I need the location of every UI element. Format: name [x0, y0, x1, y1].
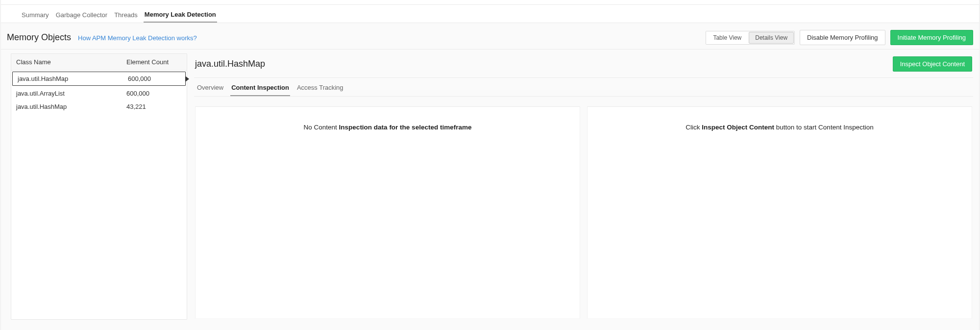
inspect-hint-panel: Click Inspect Object Content button to s… [587, 106, 972, 319]
tab-garbage-collector[interactable]: Garbage Collector [55, 9, 109, 22]
table-row[interactable]: java.util.HashMap 600,000 [12, 72, 186, 86]
detail-tab-overview[interactable]: Overview [196, 82, 224, 96]
inspect-object-content-button[interactable]: Inspect Object Content [893, 56, 972, 72]
detail-pane: java.util.HashMap Inspect Object Content… [194, 53, 973, 320]
table-header-row: Class Name Element Count [11, 54, 187, 71]
msg-bold: Inspection data for the selected timefra… [339, 124, 472, 131]
view-toggle: Table View Details View [706, 31, 795, 45]
view-toggle-table[interactable]: Table View [706, 31, 748, 44]
content-area: Class Name Element Count java.util.HashM… [1, 50, 979, 326]
msg-bold: Inspect Object Content [702, 124, 774, 131]
empty-state-message: No Content Inspection data for the selec… [196, 107, 580, 131]
initiate-memory-profiling-button[interactable]: Initiate Memory Profiling [890, 30, 973, 45]
msg-suffix: button to start Content Inspection [774, 124, 874, 131]
cell-element-count: 43,221 [122, 100, 187, 113]
disable-memory-profiling-button[interactable]: Disable Memory Profiling [800, 30, 885, 45]
cell-class-name: java.util.HashMap [11, 100, 122, 113]
column-header-element-count[interactable]: Element Count [122, 54, 187, 70]
detail-panels: No Content Inspection data for the selec… [194, 97, 973, 320]
detail-tabs: Overview Content Inspection Access Track… [194, 77, 973, 97]
memory-objects-table: Class Name Element Count java.util.HashM… [11, 53, 187, 320]
view-toggle-details[interactable]: Details View [749, 32, 794, 44]
tab-threads[interactable]: Threads [113, 9, 139, 22]
window-top-border [1, 0, 979, 5]
msg-prefix: Click [686, 124, 702, 131]
cell-element-count: 600,000 [122, 87, 187, 100]
table-row[interactable]: java.util.HashMap 43,221 [11, 100, 187, 113]
table-body: java.util.HashMap 600,000 java.util.Arra… [11, 72, 187, 113]
tab-memory-leak-detection[interactable]: Memory Leak Detection [144, 9, 217, 23]
help-link[interactable]: How APM Memory Leak Detection works? [78, 34, 197, 42]
page-header: Memory Objects How APM Memory Leak Detec… [1, 23, 979, 50]
cell-element-count: 600,000 [123, 72, 185, 85]
detail-tab-content-inspection[interactable]: Content Inspection [230, 82, 290, 96]
top-tabs: Summary Garbage Collector Threads Memory… [1, 5, 979, 23]
table-row[interactable]: java.util.ArrayList 600,000 [11, 87, 187, 100]
detail-title: java.util.HashMap [195, 59, 265, 69]
content-inspection-empty-panel: No Content Inspection data for the selec… [195, 106, 580, 319]
cell-class-name: java.util.ArrayList [11, 87, 122, 100]
page-title: Memory Objects [7, 32, 71, 43]
tab-summary[interactable]: Summary [21, 9, 50, 22]
cell-class-name: java.util.HashMap [13, 72, 123, 85]
hint-message: Click Inspect Object Content button to s… [588, 107, 972, 131]
detail-tab-access-tracking[interactable]: Access Tracking [296, 82, 344, 96]
detail-header: java.util.HashMap Inspect Object Content [194, 53, 973, 77]
msg-prefix: No Content [304, 124, 339, 131]
column-header-class-name[interactable]: Class Name [11, 54, 122, 70]
